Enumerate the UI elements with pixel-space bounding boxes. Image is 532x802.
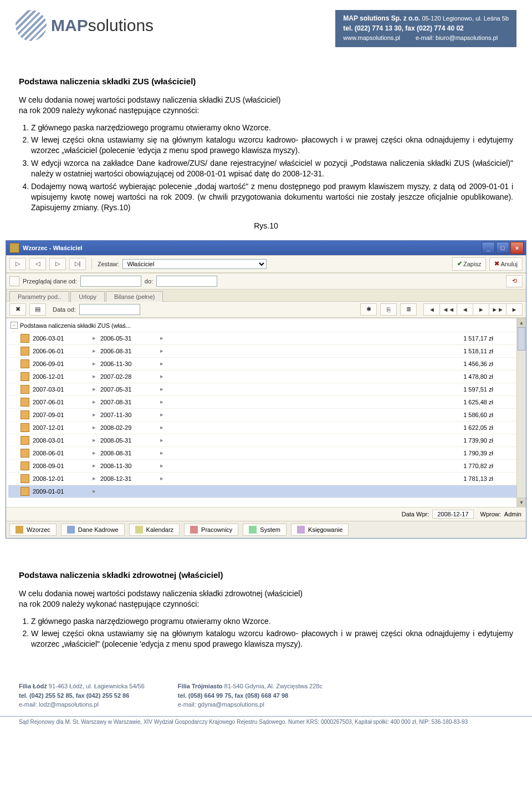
nav-last-button[interactable]: ▷| xyxy=(69,258,86,270)
status-wprow-value: Admin xyxy=(504,511,521,517)
nav-back-icon[interactable]: ◄ xyxy=(457,303,473,316)
ksiegowanie-icon xyxy=(297,526,305,534)
cancel-button[interactable]: ✖Anuluj xyxy=(489,257,523,271)
vertical-scrollbar[interactable]: ▲ ▼ xyxy=(516,318,526,507)
tree-column: − Podstawa naliczenia składki ZUS (właś.… xyxy=(6,318,516,507)
nav-first-icon[interactable]: ◄ xyxy=(423,303,440,316)
nav-next-button[interactable]: ▷ xyxy=(49,258,66,270)
row-date-to: 2007-11-30 xyxy=(100,412,156,418)
copy-icon[interactable]: ⎘ xyxy=(380,303,397,316)
nav-last-icon[interactable]: ► xyxy=(507,303,523,316)
doc-icon[interactable]: ▤ xyxy=(29,303,46,316)
row-amount: 1 456,36 zł xyxy=(168,361,516,367)
footer-tab-kalendarz[interactable]: Kalendarz xyxy=(129,524,180,536)
nav-fastback-icon[interactable]: ◄◄ xyxy=(440,303,457,316)
filter-toggle-icon[interactable] xyxy=(9,276,19,286)
step-3: W edycji wzorca na zakładce Dane kadrowe… xyxy=(31,158,513,179)
footer-gdynia-addr: 81-540 Gdynia, Al. Zwycięstwa 228c xyxy=(223,683,323,689)
table-row[interactable]: 2008-06-01▸2008-08-31▸1 790,39 zł xyxy=(8,447,516,460)
close-button[interactable]: × xyxy=(510,242,524,254)
row-amount: 1 622,05 zł xyxy=(168,424,516,431)
arrow-icon: ▸ xyxy=(156,347,168,354)
row-date-to: 2008-05-31 xyxy=(100,437,156,444)
arrow-icon: ▸ xyxy=(88,385,100,393)
contact-tel: tel. (022) 774 13 30, fax (022) 774 40 0… xyxy=(343,23,509,33)
scroll-thumb[interactable] xyxy=(518,327,525,351)
table-row[interactable]: 2008-12-01▸2008-12-31▸1 781,13 zł xyxy=(8,473,516,485)
table-row[interactable]: 2006-12-01▸2007-02-28▸1 478,80 zł xyxy=(8,370,516,383)
toolbar-date-filter: Przeglądaj dane od: do: ⟲ xyxy=(6,273,526,290)
table-row[interactable]: 2008-03-01▸2008-05-31▸1 739,90 zł xyxy=(8,434,516,447)
tab-parametry[interactable]: Parametry pod.. xyxy=(9,291,69,302)
row-icon xyxy=(21,359,29,368)
page-header: MAPsolutions MAP solutions Sp. z o.o. 05… xyxy=(0,0,532,54)
props-icon[interactable]: ≣ xyxy=(400,303,417,316)
row-date-from: 2007-09-01 xyxy=(33,412,88,418)
new-icon[interactable]: ✱ xyxy=(360,303,377,316)
table-row[interactable]: 2007-06-01▸2007-08-31▸1 625,48 zł xyxy=(8,396,516,409)
data-od-input[interactable] xyxy=(79,304,140,315)
table-row[interactable]: 2006-06-01▸2006-08-31▸1 518,11 zł xyxy=(8,345,516,358)
tools-icon[interactable]: ✖ xyxy=(9,303,26,316)
steps-list-1: Z głównego paska narzędziowego programu … xyxy=(31,123,513,213)
row-amount: 1 625,48 zł xyxy=(168,399,516,405)
arrow-icon: ▸ xyxy=(88,436,100,444)
arrow-icon: ▸ xyxy=(156,411,168,418)
expander-minus-icon[interactable]: − xyxy=(11,322,18,329)
arrow-icon: ▸ xyxy=(156,436,168,444)
scroll-down-icon[interactable]: ▼ xyxy=(517,498,526,507)
arrow-icon: ▸ xyxy=(88,347,100,354)
browse-to-input[interactable] xyxy=(156,276,217,287)
nav-prev-button[interactable]: ◁ xyxy=(29,258,46,270)
table-row[interactable]: 2007-03-01▸2007-05-31▸1 597,51 zł xyxy=(8,383,516,396)
table-row[interactable]: 2006-03-01▸2006-05-31▸1 517,17 zł xyxy=(8,332,516,345)
footer-tab-pracownicy[interactable]: Pracownicy xyxy=(184,524,238,536)
table-row[interactable]: 2006-09-01▸2006-11-30▸1 456,36 zł xyxy=(8,358,516,370)
zestaw-select[interactable]: Właściciel xyxy=(122,259,267,269)
app-window: Wzorzec - Właściciel _ □ × ▷ ◁ ▷ ▷| Zest… xyxy=(6,240,526,539)
scroll-up-icon[interactable]: ▲ xyxy=(517,318,526,328)
app-window-wrapper: Wzorzec - Właściciel _ □ × ▷ ◁ ▷ ▷| Zest… xyxy=(0,240,532,539)
row-date-to: 2006-11-30 xyxy=(100,361,156,367)
row-date-to: 2006-05-31 xyxy=(100,335,156,342)
data-od-label: Data od: xyxy=(53,306,76,313)
table-row[interactable]: 2007-09-01▸2007-11-30▸1 586,60 zł xyxy=(8,409,516,422)
save-button[interactable]: ✔Zapisz xyxy=(452,257,486,271)
row-amount: 1 518,11 zł xyxy=(168,348,516,354)
nav-fastfwd-icon[interactable]: ►► xyxy=(489,303,507,316)
row-date-from: 2006-03-01 xyxy=(33,335,88,342)
nav-fwd-icon[interactable]: ► xyxy=(473,303,489,316)
arrow-icon: ▸ xyxy=(88,360,100,367)
arrow-icon: ▸ xyxy=(156,424,168,431)
tree-root-node[interactable]: − Podstawa naliczenia składki ZUS (właś.… xyxy=(8,319,516,332)
table-row[interactable]: 2007-12-01▸2008-02-29▸1 622,05 zł xyxy=(8,422,516,434)
browse-from-input[interactable] xyxy=(80,276,141,287)
footer-gdynia-email: e-mail: gdynia@mapsolutions.pl xyxy=(178,700,323,709)
row-date-from: 2006-12-01 xyxy=(33,373,88,380)
footer-tab-ksiegowanie[interactable]: Księgowanie xyxy=(291,524,349,536)
table-row[interactable]: 2009-01-01▸ xyxy=(8,485,516,498)
table-row[interactable]: 2008-09-01▸2008-11-30▸1 770,82 zł xyxy=(8,460,516,473)
refresh-icon[interactable]: ⟲ xyxy=(506,275,523,287)
footer-tab-dane-kadrowe[interactable]: Dane Kadrowe xyxy=(61,524,125,536)
footer-tab-wzorzec[interactable]: Wzorzec xyxy=(9,524,57,536)
maximize-button[interactable]: □ xyxy=(496,242,509,254)
arrow-icon: ▸ xyxy=(88,411,100,418)
contact-box: MAP solutions Sp. z o.o. 05-120 Legionow… xyxy=(335,10,516,47)
footer-tabs: Wzorzec Dane Kadrowe Kalendarz Pracownic… xyxy=(6,521,526,538)
step-4: Dodajemy nową wartość wybierając polecen… xyxy=(31,181,513,213)
nav-first-button[interactable]: ▷ xyxy=(9,258,26,270)
row-icon xyxy=(21,398,29,407)
dane-kadrowe-icon xyxy=(67,526,75,534)
tree-toolbar: ✖ ▤ Data od: ✱ ⎘ ≣ ◄ ◄◄ ◄ ► ►► ► xyxy=(6,302,526,318)
row-icon xyxy=(21,372,29,381)
minimize-button[interactable]: _ xyxy=(482,242,495,254)
footer-gdynia-tel: tel. (058) 664 99 75, fax (058) 668 47 9… xyxy=(178,692,288,699)
row-icon xyxy=(21,449,29,458)
footer-tab-system[interactable]: System xyxy=(243,524,287,536)
row-icon xyxy=(21,436,29,445)
tab-urlopy[interactable]: Urlopy xyxy=(70,291,105,302)
contact-email: e-mail: biuro@mapsolutions.pl xyxy=(416,33,498,43)
row-date-from: 2007-03-01 xyxy=(33,386,88,393)
tab-bilanse[interactable]: Bilanse (pełne) xyxy=(106,291,163,302)
